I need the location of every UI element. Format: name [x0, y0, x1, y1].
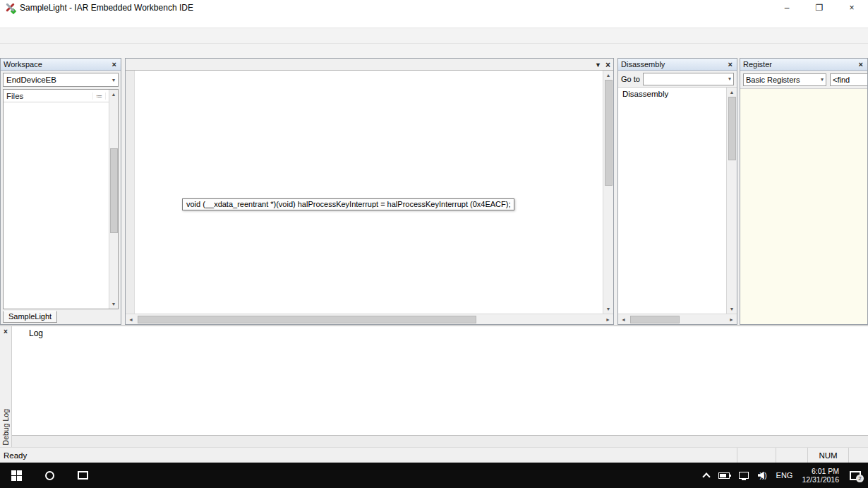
scrollbar-thumb[interactable]	[138, 316, 476, 323]
editor-tab-bar: ▼ ×	[126, 59, 613, 71]
window-controls: – ❐ ×	[771, 0, 868, 16]
clock[interactable]: 6:01 PM 12/31/2016	[802, 467, 839, 484]
scrollbar-thumb[interactable]	[605, 80, 613, 186]
log-header: Log	[29, 328, 868, 339]
disassembly-column-header: Disassembly	[618, 88, 726, 101]
register-find-value: <find	[833, 76, 850, 84]
files-tree	[4, 102, 118, 309]
windows-logo-icon	[11, 470, 22, 481]
network-icon[interactable]	[739, 472, 749, 479]
scrollbar-thumb[interactable]	[728, 97, 736, 160]
breakpoint-gutter[interactable]	[126, 71, 135, 314]
disassembly-hscrollbar[interactable]: ◄ ►	[618, 314, 737, 324]
menu-bar	[0, 16, 868, 28]
scroll-right-icon[interactable]: ►	[603, 315, 613, 324]
scroll-down-icon[interactable]: ▼	[603, 304, 613, 314]
status-cell	[737, 448, 776, 463]
disassembly-listing[interactable]: Disassembly	[618, 88, 726, 314]
close-button[interactable]: ×	[836, 0, 868, 16]
scroll-up-icon[interactable]: ▲	[603, 71, 613, 80]
log-pane: × Debug Log Log	[0, 325, 868, 447]
register-panel: Register × Basic Registers ▾ <find	[740, 58, 868, 325]
log-tab-bar	[12, 435, 868, 447]
minimize-button[interactable]: –	[771, 0, 803, 16]
register-list	[740, 89, 867, 324]
editor-tab-controls: ▼ ×	[595, 60, 613, 70]
workspace-header: Workspace ×	[1, 59, 121, 71]
goto-combobox[interactable]: ▾	[643, 73, 734, 85]
disassembly-title: Disassembly	[621, 60, 665, 69]
title-bar: SampleLight - IAR Embedded Workbench IDE…	[0, 0, 868, 16]
log-close-icon[interactable]: ×	[4, 328, 8, 335]
goto-label: Go to	[621, 75, 640, 83]
system-tray: ))) ENG 6:01 PM 12/31/2016 2	[704, 463, 868, 488]
disassembly-vscrollbar[interactable]: ▲ ▼	[726, 88, 737, 314]
scroll-down-icon[interactable]: ▼	[727, 304, 737, 314]
register-group-select[interactable]: Basic Registers ▾	[743, 73, 826, 86]
battery-icon[interactable]	[718, 472, 730, 479]
log-vertical-label: Debug Log	[1, 409, 10, 445]
status-cell	[848, 448, 868, 463]
start-button[interactable]	[0, 463, 33, 488]
chevron-down-icon[interactable]: ▾	[728, 76, 733, 82]
language-indicator[interactable]: ENG	[776, 471, 793, 480]
register-close-icon[interactable]: ×	[857, 60, 864, 69]
scrollbar-thumb[interactable]	[630, 316, 680, 323]
register-header: Register ×	[740, 59, 867, 71]
workspace-tab-samplelight[interactable]: SampleLight	[3, 311, 57, 323]
scroll-left-icon[interactable]: ◄	[618, 315, 629, 324]
disassembly-header: Disassembly ×	[618, 59, 737, 71]
workspace-panel: Workspace × EndDeviceEB ▾ Files ≔ ▦ ▲ ▼	[0, 58, 121, 325]
scroll-up-icon[interactable]: ▲	[109, 90, 118, 99]
tray-chevron-icon[interactable]	[702, 472, 710, 480]
iar-ide-window: SampleLight - IAR Embedded Workbench IDE…	[0, 0, 868, 488]
goto-row: Go to ▾	[618, 71, 737, 88]
scroll-left-icon[interactable]: ◄	[126, 315, 136, 324]
main-toolbar	[0, 28, 868, 43]
scroll-right-icon[interactable]: ►	[726, 315, 737, 324]
volume-button[interactable]: )))	[758, 472, 767, 480]
disassembly-close-icon[interactable]: ×	[727, 60, 734, 69]
window-title: SampleLight - IAR Embedded Workbench IDE	[20, 3, 193, 13]
editor-panel: ▼ × void (__xdata_reentrant *)(void) hal…	[125, 58, 614, 325]
iar-app-icon	[4, 2, 16, 13]
scrollbar-thumb[interactable]	[110, 148, 118, 233]
editor-close-icon[interactable]: ×	[605, 60, 610, 70]
scroll-down-icon[interactable]: ▼	[109, 299, 118, 309]
status-num: NUM	[807, 448, 848, 463]
log-content[interactable]: Log	[12, 326, 868, 435]
configuration-value: EndDeviceEB	[6, 76, 56, 84]
register-group-value: Basic Registers	[746, 76, 800, 84]
log-side-strip: × Debug Log	[0, 326, 12, 447]
window-list-icon[interactable]: ▼	[595, 61, 601, 69]
code-editor[interactable]: void (__xdata_reentrant *)(void) halProc…	[126, 71, 603, 314]
chevron-down-icon[interactable]: ▾	[112, 77, 115, 83]
action-center-button[interactable]: 2	[850, 471, 861, 480]
configuration-select[interactable]: EndDeviceEB ▾	[3, 73, 119, 87]
files-column-order-icon[interactable]: ≔	[92, 93, 105, 100]
workspace-tab-strip: SampleLight	[1, 309, 121, 324]
workspace-title: Workspace	[4, 60, 42, 69]
notification-badge: 2	[856, 475, 864, 482]
editor-hscrollbar[interactable]: ◄ ►	[126, 314, 613, 324]
workspace-scrollbar[interactable]: ▲ ▼	[109, 90, 118, 309]
files-header-label: Files	[6, 92, 23, 100]
status-bar: Ready NUM	[0, 447, 868, 463]
files-header-row: Files ≔ ▦	[4, 90, 118, 102]
search-button[interactable]	[33, 463, 66, 488]
status-cell	[776, 448, 807, 463]
register-toolbar: Basic Registers ▾ <find	[740, 71, 867, 89]
task-view-icon	[78, 471, 88, 480]
debug-toolbar	[0, 43, 868, 59]
task-view-button[interactable]	[66, 463, 100, 488]
scroll-up-icon[interactable]: ▲	[727, 88, 737, 97]
debugger-tooltip: void (__xdata_reentrant *)(void) halProc…	[182, 198, 514, 210]
workspace-close-icon[interactable]: ×	[111, 60, 118, 69]
clock-date: 12/31/2016	[802, 475, 839, 484]
editor-vscrollbar[interactable]: ▲ ▼	[603, 71, 613, 314]
files-tree-box: Files ≔ ▦ ▲ ▼	[3, 89, 119, 309]
clock-time: 6:01 PM	[802, 467, 839, 476]
restore-button[interactable]: ❐	[803, 0, 836, 16]
register-find-select[interactable]: <find	[830, 73, 867, 86]
chevron-down-icon[interactable]: ▾	[815, 76, 824, 83]
